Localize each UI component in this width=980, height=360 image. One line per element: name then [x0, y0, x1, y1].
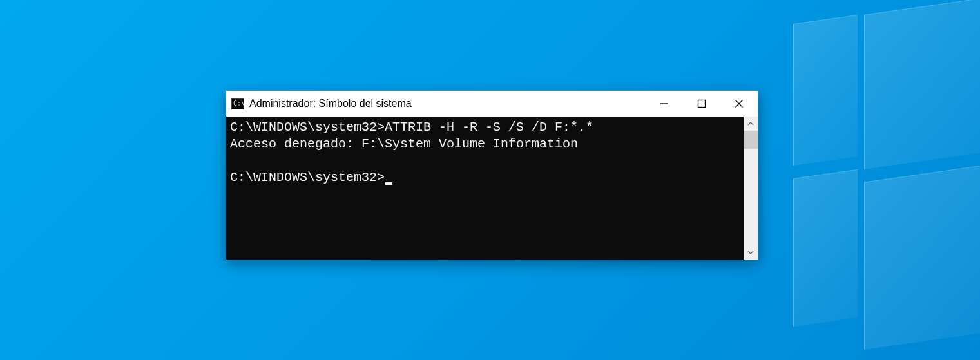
windows-logo-background	[754, 0, 980, 360]
terminal-output[interactable]: C:\WINDOWS\system32>ATTRIB -H -R -S /S /…	[226, 117, 744, 260]
scroll-thumb[interactable]	[744, 131, 758, 149]
vertical-scrollbar[interactable]	[744, 117, 758, 260]
cmd-icon: C:\.	[231, 98, 244, 109]
terminal-line: C:\WINDOWS\system32>ATTRIB -H -R -S /S /…	[230, 119, 740, 136]
scroll-down-button[interactable]	[744, 245, 758, 260]
command-prompt-window: C:\. Administrador: Símbolo del sistema …	[226, 90, 758, 260]
terminal-line: Acceso denegado: F:\System Volume Inform…	[230, 136, 740, 153]
terminal-area: C:\WINDOWS\system32>ATTRIB -H -R -S /S /…	[226, 117, 758, 260]
scroll-up-button[interactable]	[744, 117, 758, 131]
svg-rect-1	[698, 100, 706, 108]
titlebar[interactable]: C:\. Administrador: Símbolo del sistema	[226, 91, 758, 117]
window-title: Administrador: Símbolo del sistema	[249, 98, 646, 109]
terminal-line: C:\WINDOWS\system32>	[230, 169, 740, 186]
cursor	[385, 182, 392, 185]
terminal-line	[230, 153, 740, 169]
close-button[interactable]	[720, 91, 758, 117]
maximize-button[interactable]	[683, 91, 720, 117]
scroll-track[interactable]	[744, 131, 758, 245]
minimize-button[interactable]	[646, 91, 683, 117]
window-controls	[646, 91, 758, 117]
